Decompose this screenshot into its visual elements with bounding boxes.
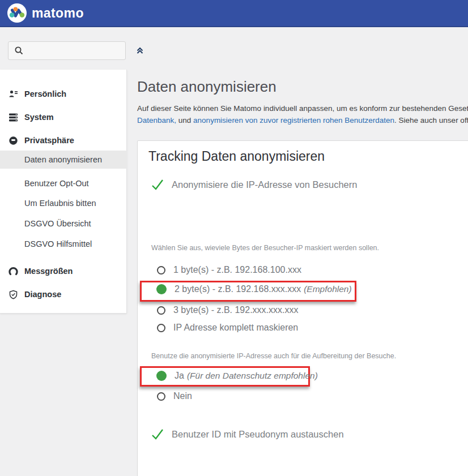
- app-header: matomo: [0, 0, 468, 27]
- sidebar-item-label: Persönlich: [24, 89, 66, 98]
- sidebar-item-label: Um Erlaubnis bitten: [24, 199, 96, 208]
- radio-label: Ja: [175, 371, 184, 381]
- radio-option-3bytes[interactable]: 3 byte(s) - z.B. 192.xxx.xxx.xxx: [157, 305, 299, 315]
- sidebar-item-benutzer-opt-out[interactable]: Benutzer Opt-Out: [0, 177, 127, 190]
- radio-option-1byte[interactable]: 1 byte(s) - z.B. 192.168.100.xxx: [157, 265, 301, 275]
- sidebar-item-label: Daten anonymisieren: [24, 155, 102, 164]
- sidebar-item-um-erlaubnis-bitten[interactable]: Um Erlaubnis bitten: [0, 196, 127, 210]
- radio-label: 2 byte(s) - z.B. 192.168.xxx.xxx: [175, 284, 301, 294]
- sidebar-collapse-button[interactable]: [135, 44, 146, 55]
- radio-button[interactable]: [157, 306, 165, 315]
- radio-option-2bytes-selected[interactable]: 2 byte(s) - z.B. 192.168.xxx.xxx (Empfoh…: [156, 284, 352, 294]
- radio-option-ja-selected[interactable]: Ja (Für den Datenschutz empfohlen): [156, 371, 318, 381]
- intro-line-1: Auf dieser Seite können Sie Matomo indiv…: [137, 102, 468, 114]
- toggle-label: Anonymisiere die IP-Adresse von Besucher…: [172, 178, 357, 190]
- sidebar-item-messgroessen[interactable]: Messgrößen: [0, 264, 127, 278]
- link-datenbank[interactable]: Datenbank,: [137, 116, 176, 125]
- chevron-double-up-icon: [135, 45, 146, 55]
- sidebar-search: [8, 41, 126, 60]
- privacy-icon: [8, 136, 18, 145]
- radio-label: 3 byte(s) - z.B. 192.xxx.xxx.xxx: [173, 305, 299, 315]
- radio-button-selected[interactable]: [156, 284, 167, 294]
- radio-label: Nein: [173, 391, 192, 401]
- link-anonymisieren-rohdaten[interactable]: anonymisieren von zuvor registrierten ro…: [193, 116, 394, 125]
- logo-wordmark: matomo: [32, 6, 84, 21]
- checkmark-icon: [151, 178, 164, 191]
- search-icon: [14, 46, 24, 55]
- radio-note: (Empfohlen): [304, 284, 351, 294]
- sidebar-item-label: System: [24, 113, 54, 122]
- intro-paragraph: Auf dieser Seite können Sie Matomo indiv…: [137, 102, 468, 127]
- toggle-label: Benutzer ID mit Pseudonym austauschen: [172, 427, 344, 440]
- sidebar-item-daten-anonymisieren[interactable]: Daten anonymisieren: [0, 151, 127, 169]
- sidebar-item-persoenlich[interactable]: Persönlich: [0, 87, 127, 101]
- radio-button[interactable]: [157, 392, 165, 401]
- page-title: Daten anonymisieren: [137, 78, 276, 96]
- sidebar-item-dsgvo-hilfsmittel[interactable]: DSGVO Hilfsmittel: [0, 237, 127, 251]
- sidebar-item-privatsphaere[interactable]: Privatsphäre: [0, 134, 127, 147]
- card-title: Tracking Daten anonymisieren: [148, 149, 325, 164]
- sidebar-item-label: Benutzer Opt-Out: [24, 179, 89, 188]
- radio-button[interactable]: [157, 324, 165, 332]
- radio-label: 1 byte(s) - z.B. 192.168.100.xxx: [173, 265, 301, 275]
- sidebar-item-system[interactable]: System: [0, 110, 127, 124]
- sidebar-item-diagnose[interactable]: Diagnose: [0, 288, 127, 301]
- radio-label: IP Adresse komplett maskieren: [173, 323, 298, 333]
- search-input[interactable]: [8, 41, 126, 60]
- intro-text: und: [176, 116, 193, 125]
- admin-sidebar: Persönlich System: [0, 70, 127, 314]
- toggle-userid-pseudonym[interactable]: Benutzer ID mit Pseudonym austauschen: [151, 427, 344, 441]
- server-icon: [8, 113, 18, 122]
- checkmark-icon: [151, 427, 164, 441]
- radio-option-nein[interactable]: Nein: [157, 391, 192, 401]
- user-icon: [8, 89, 18, 99]
- toggle-anonymize-ip[interactable]: Anonymisiere die IP-Adresse von Besucher…: [151, 178, 357, 191]
- sidebar-item-label: Messgrößen: [24, 267, 73, 276]
- mask-bytes-question: Wählen Sie aus, wieviele Bytes der Besuc…: [151, 244, 379, 252]
- sidebar-item-label: Privatsphäre: [24, 136, 74, 145]
- sidebar-item-label: DSGVO Hilfsmittel: [24, 239, 92, 248]
- gauge-icon: [8, 267, 18, 276]
- intro-text: . Siehe auch unser offizielle: [394, 116, 468, 125]
- matomo-logo-icon: [7, 3, 27, 23]
- sidebar-item-label: DSGVO Übersicht: [24, 219, 91, 228]
- sidebar-item-dsgvo-uebersicht[interactable]: DSGVO Übersicht: [0, 217, 127, 230]
- shield-check-icon: [8, 290, 18, 299]
- matomo-admin-screen: matomo: [0, 0, 468, 476]
- use-anon-ip-question: Benutze die anonymisierte IP-Adresse auc…: [151, 352, 396, 360]
- radio-button-selected[interactable]: [156, 371, 167, 381]
- radio-note: (Für den Datenschutz empfohlen): [187, 371, 318, 381]
- intro-line-2: Datenbank, und anonymisieren von zuvor r…: [137, 114, 468, 126]
- radio-button[interactable]: [157, 266, 165, 275]
- matomo-logo[interactable]: matomo: [7, 3, 84, 23]
- sidebar-item-label: Diagnose: [24, 290, 61, 299]
- radio-option-mask-full-ip[interactable]: IP Adresse komplett maskieren: [157, 323, 298, 333]
- intro-text: Auf dieser Seite können Sie Matomo indiv…: [137, 104, 468, 113]
